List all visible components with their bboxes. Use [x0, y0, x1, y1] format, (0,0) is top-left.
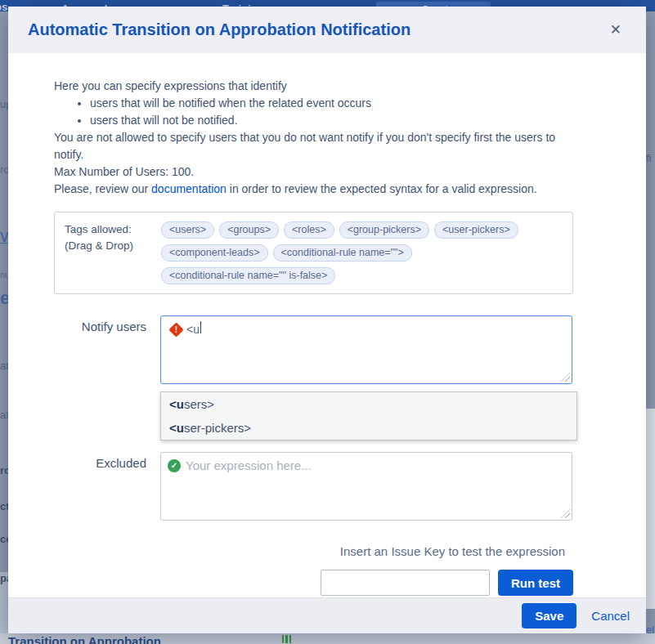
tag-chip-group-pickers[interactable]: <group-pickers>	[339, 221, 429, 239]
documentation-link[interactable]: documentation	[151, 182, 227, 195]
tags-allowed-box: Tags allowed: (Drag & Drop) <users> <gro…	[54, 212, 573, 294]
dialog-title: Automatic Transition on Approbation Noti…	[28, 20, 410, 39]
run-test-button[interactable]: Run test	[498, 570, 573, 596]
intro-line-4: Please, review our documentation in orde…	[54, 181, 581, 198]
backdrop-text-fragment: fi	[646, 152, 655, 164]
tag-chip-component-leads[interactable]: <component-leads>	[161, 244, 268, 262]
backdrop-text-fragment: ce	[0, 533, 8, 545]
dialog-header: Automatic Transition on Approbation Noti…	[8, 7, 646, 53]
notify-users-label: Notify users	[54, 315, 160, 384]
error-icon: !	[168, 322, 183, 337]
cancel-link[interactable]: Cancel	[591, 609, 630, 623]
notification-dialog: Automatic Transition on Approbation Noti…	[8, 7, 646, 633]
resize-handle-icon[interactable]	[561, 373, 570, 382]
excluded-placeholder: Your expression here...	[186, 458, 312, 474]
excluded-label: Excluded	[54, 452, 160, 521]
tag-chip-conditional-rule-is-false[interactable]: <conditional-rule name="" is-false>	[161, 267, 335, 284]
backdrop-text-fragment: at	[0, 360, 8, 372]
backdrop-text-fragment: ro	[0, 464, 8, 476]
backdrop-panel	[646, 409, 655, 609]
intro-bullet-2: users that will not be notified.	[90, 112, 581, 129]
test-expression-caption: Insert an Issue Key to test the expressi…	[54, 543, 573, 560]
dialog-body: Here you can specify expressions that id…	[8, 53, 646, 597]
notify-users-row: Notify users ! <u	[54, 315, 626, 384]
issue-key-input[interactable]	[321, 570, 490, 596]
navbar-fragment: ps	[0, 1, 7, 11]
close-icon[interactable]: ✕	[605, 18, 626, 42]
backdrop-text-fragment: e	[0, 288, 8, 309]
save-button[interactable]: Save	[522, 603, 576, 628]
test-expression-controls: Run test	[54, 570, 573, 596]
backdrop-text-fragment: nu	[0, 270, 8, 280]
backdrop-text-fragment: at	[0, 409, 8, 421]
autocomplete-option-users[interactable]: <users>	[161, 392, 576, 416]
dialog-footer: Save Cancel	[8, 597, 646, 633]
tag-chip-users[interactable]: <users>	[161, 221, 214, 239]
text-cursor	[200, 321, 201, 333]
intro-line-1: Here you can specify expressions that id…	[54, 78, 581, 95]
autocomplete-option-user-pickers[interactable]: <user-pickers>	[161, 416, 576, 440]
tag-chip-roles[interactable]: <roles>	[284, 221, 334, 239]
resize-handle-icon[interactable]	[561, 509, 570, 518]
columns-icon	[282, 635, 291, 643]
backdrop-text-fragment: V	[0, 230, 8, 245]
tag-chip-user-pickers[interactable]: <user-pickers>	[434, 221, 518, 239]
tags-allowed-label: Tags allowed: (Drag & Drop)	[65, 221, 161, 284]
intro-line-2: You are not allowed to specify users tha…	[54, 129, 581, 163]
notify-users-value: <u	[186, 321, 200, 338]
intro-bullet-1: users that will be notified when the rel…	[90, 95, 581, 112]
tag-chip-groups[interactable]: <groups>	[219, 221, 279, 239]
notify-users-textarea[interactable]: ! <u	[160, 315, 572, 384]
background-page-strip: Transition on Approbation	[0, 633, 655, 644]
intro-text: Here you can specify expressions that id…	[54, 78, 581, 198]
excluded-row: Excluded ✓ Your expression here...	[54, 452, 626, 521]
intro-line-3: Max Number of Users: 100.	[54, 163, 581, 181]
background-page-title: Transition on Approbation	[8, 634, 161, 644]
backdrop-text-fragment: up	[0, 98, 8, 110]
tag-chip-list: <users> <groups> <roles> <group-pickers>…	[161, 221, 563, 284]
success-check-icon: ✓	[168, 459, 181, 472]
test-expression-section: Insert an Issue Key to test the expressi…	[54, 543, 573, 596]
tag-chip-conditional-rule[interactable]: <conditional-rule name="">	[273, 244, 412, 262]
backdrop-text-fragment: pa	[0, 572, 8, 584]
excluded-textarea[interactable]: ✓ Your expression here...	[160, 452, 572, 521]
intro-bullets: users that will be notified when the rel…	[54, 95, 581, 129]
autocomplete-dropdown: <users> <user-pickers>	[160, 391, 577, 441]
backdrop-text-fragment: ct	[0, 500, 8, 512]
backdrop-text-fragment: ro	[0, 163, 8, 176]
